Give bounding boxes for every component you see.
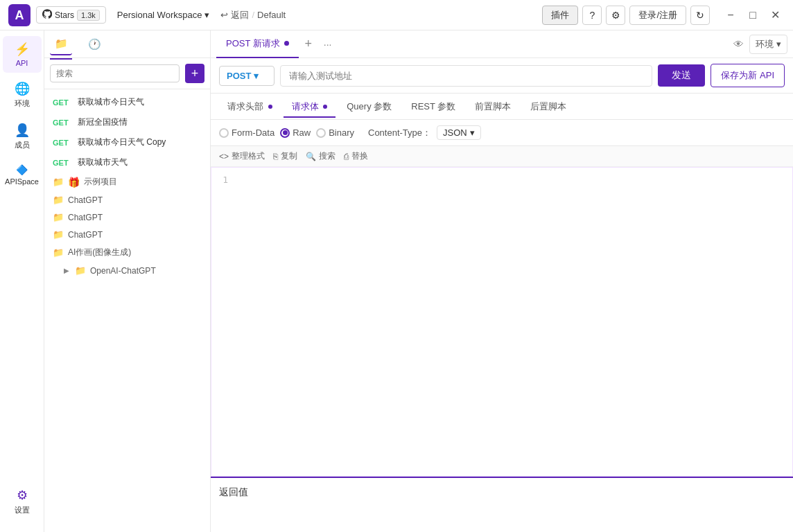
raw-option[interactable]: Raw bbox=[280, 127, 311, 138]
folder-item-nested[interactable]: ▶ 📁 OpenAI-ChatGPT bbox=[44, 262, 210, 279]
tab-request-body[interactable]: 请求体 bbox=[284, 96, 336, 117]
search-button[interactable]: 🔍 搜索 bbox=[306, 150, 336, 162]
add-tab-button[interactable]: + bbox=[299, 35, 318, 54]
more-tabs-button[interactable]: ··· bbox=[318, 39, 338, 50]
settings-gear-icon: ⚙ bbox=[611, 10, 620, 21]
body-options: Form-Data Raw Binary Content-Type： JSON … bbox=[211, 120, 793, 146]
sidebar-icons: ⚡ API 🌐 环境 👤 成员 🔷 APISpace ⚙ 设置 bbox=[0, 30, 44, 532]
github-stars-count: 1.3k bbox=[77, 10, 100, 21]
form-data-option[interactable]: Form-Data bbox=[219, 127, 274, 138]
editor-area[interactable]: 1 bbox=[211, 167, 793, 477]
sidebar-item-settings-label: 设置 bbox=[15, 505, 30, 515]
settings-icon: ⚙ bbox=[17, 488, 28, 503]
content-type-dropdown-icon: ▾ bbox=[470, 127, 475, 138]
folder-label: 示例项目 bbox=[84, 176, 117, 188]
tab-query-params[interactable]: Query 参数 bbox=[338, 96, 400, 117]
list-item[interactable]: GET 新冠全国疫情 bbox=[44, 112, 210, 132]
workspace-label: Persional Workspace bbox=[117, 10, 202, 20]
body-dot bbox=[323, 105, 327, 109]
header-nav: ↩ 返回 / Default bbox=[220, 9, 537, 21]
format-button[interactable]: <> 整理格式 bbox=[219, 150, 265, 162]
main-layout: ⚡ API 🌐 环境 👤 成员 🔷 APISpace ⚙ 设置 📁 bbox=[0, 30, 793, 532]
url-input[interactable] bbox=[280, 65, 652, 87]
sidebar-item-api[interactable]: ⚡ API bbox=[3, 36, 42, 73]
settings-button[interactable]: ⚙ bbox=[606, 6, 625, 25]
replace-button[interactable]: ⎙ 替换 bbox=[344, 150, 368, 162]
request-tab-active[interactable]: POST 新请求 bbox=[216, 30, 299, 58]
search-input[interactable] bbox=[50, 64, 180, 82]
expand-icon: ▶ bbox=[64, 267, 69, 274]
binary-label: Binary bbox=[329, 127, 354, 138]
format-icon: <> bbox=[219, 152, 229, 161]
history-tab-icon: 🕐 bbox=[88, 38, 101, 51]
close-button[interactable]: ✕ bbox=[765, 6, 785, 25]
folder-item[interactable]: 📁 AI作画(图像生成) bbox=[44, 243, 210, 262]
header-actions: 插件 ? ⚙ 登录/注册 ↻ bbox=[542, 6, 710, 25]
tab-bar-right: 👁 环境 ▾ bbox=[733, 35, 787, 54]
tab-query-label: Query 参数 bbox=[347, 101, 392, 112]
apispace-icon: 🔷 bbox=[16, 164, 28, 175]
line-number-1: 1 bbox=[211, 175, 236, 185]
preview-icon[interactable]: 👁 bbox=[733, 38, 744, 50]
list-item[interactable]: GET 获取城市天气 bbox=[44, 152, 210, 172]
tab-body-label: 请求体 bbox=[292, 101, 319, 112]
tab-post-script[interactable]: 后置脚本 bbox=[522, 96, 575, 117]
binary-radio bbox=[316, 128, 326, 138]
folder-item[interactable]: 📁 ChatGPT bbox=[44, 226, 210, 243]
folder-tab-icon: 📁 bbox=[55, 37, 68, 50]
right-panel: POST 新请求 + ··· 👁 环境 ▾ POST ▾ 发送 保存为新 API bbox=[211, 30, 793, 532]
panel-search-bar: + bbox=[44, 58, 210, 89]
app-logo: A bbox=[8, 4, 31, 26]
search-label: 搜索 bbox=[319, 150, 336, 162]
sidebar-item-env[interactable]: 🌐 环境 bbox=[3, 76, 42, 114]
env-icon: 🌐 bbox=[15, 81, 30, 96]
api-item-label: 获取城市今日天气 bbox=[78, 96, 144, 108]
folder-label: ChatGPT bbox=[68, 195, 103, 205]
help-icon: ? bbox=[589, 10, 595, 21]
method-badge: GET bbox=[53, 118, 73, 127]
sidebar-item-apispace[interactable]: 🔷 APISpace bbox=[3, 159, 42, 191]
sidebar-item-settings[interactable]: ⚙ 设置 bbox=[3, 482, 42, 521]
sidebar-item-members[interactable]: 👤 成员 bbox=[3, 117, 42, 156]
method-dropdown-icon: ▾ bbox=[254, 71, 259, 81]
list-item[interactable]: GET 获取城市今日天气 Copy bbox=[44, 132, 210, 152]
environment-select[interactable]: 环境 ▾ bbox=[749, 35, 787, 54]
help-button[interactable]: ? bbox=[582, 6, 602, 25]
method-select[interactable]: POST ▾ bbox=[219, 66, 274, 86]
list-item[interactable]: GET 获取城市今日天气 bbox=[44, 92, 210, 112]
add-item-button[interactable]: + bbox=[185, 64, 204, 83]
back-button[interactable]: ↩ 返回 bbox=[220, 9, 249, 21]
folder-icon: 📁 bbox=[75, 265, 86, 276]
form-data-radio bbox=[219, 128, 229, 138]
tab-pre-script[interactable]: 前置脚本 bbox=[467, 96, 519, 117]
minimize-button[interactable]: − bbox=[721, 6, 740, 25]
folder-item[interactable]: 📁 ChatGPT bbox=[44, 209, 210, 226]
copy-button[interactable]: ⎘ 复制 bbox=[273, 150, 297, 162]
folder-item[interactable]: 📁 ChatGPT bbox=[44, 191, 210, 209]
workspace-selector[interactable]: Persional Workspace ▾ bbox=[112, 7, 216, 23]
folder-item[interactable]: 📁 🎁 示例项目 bbox=[44, 172, 210, 191]
raw-label: Raw bbox=[293, 127, 311, 138]
content-type-label: Content-Type： bbox=[368, 127, 431, 139]
send-button[interactable]: 发送 bbox=[658, 64, 705, 87]
api-item-label: 获取城市今日天气 Copy bbox=[78, 136, 166, 148]
save-api-button[interactable]: 保存为新 API bbox=[711, 64, 785, 87]
content-type-select[interactable]: JSON ▾ bbox=[437, 125, 481, 140]
refresh-icon: ↻ bbox=[696, 10, 704, 21]
plugin-button[interactable]: 插件 bbox=[542, 6, 578, 25]
tab-request-headers[interactable]: 请求头部 bbox=[219, 96, 281, 117]
env-dropdown-icon: ▾ bbox=[776, 39, 781, 49]
refresh-button[interactable]: ↻ bbox=[690, 6, 710, 25]
binary-option[interactable]: Binary bbox=[316, 127, 354, 138]
panel-tab-history[interactable]: 🕐 bbox=[83, 33, 105, 55]
maximize-button[interactable]: □ bbox=[743, 6, 762, 25]
search-icon: 🔍 bbox=[306, 152, 316, 161]
method-badge: GET bbox=[53, 98, 73, 107]
github-stars-btn[interactable]: Stars 1.3k bbox=[36, 6, 106, 24]
panel-tab-folder[interactable]: 📁 bbox=[50, 33, 72, 55]
tab-rest-params[interactable]: REST 参数 bbox=[403, 96, 464, 117]
replace-icon: ⎙ bbox=[344, 152, 349, 161]
editor-line-1: 1 bbox=[211, 173, 792, 186]
login-button[interactable]: 登录/注册 bbox=[629, 6, 686, 25]
copy-label: 复制 bbox=[281, 150, 297, 162]
